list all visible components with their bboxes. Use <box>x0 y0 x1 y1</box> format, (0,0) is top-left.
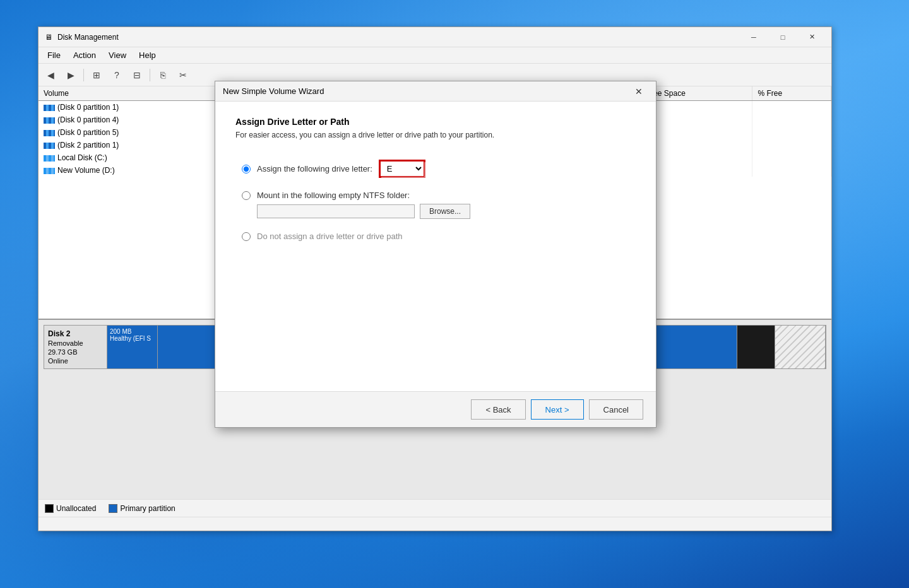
vol-name: (Disk 0 partition 4) <box>39 114 230 126</box>
maximize-button[interactable]: □ <box>768 27 797 47</box>
vol-free-space <box>641 139 752 151</box>
window-title: Disk Management <box>57 33 739 42</box>
menu-action[interactable]: Action <box>67 49 102 61</box>
wizard-title: New Simple Volume Wizard <box>223 86 629 96</box>
toolbar-separator-2 <box>150 69 150 81</box>
vol-name: New Volume (D:) <box>39 164 230 177</box>
app-icon: 🖥 <box>44 32 54 42</box>
status-bar <box>39 517 831 531</box>
toolbar-minus[interactable]: ⊟ <box>128 66 146 84</box>
legend-unallocated: Unallocated <box>45 504 96 513</box>
menu-help[interactable]: Help <box>133 49 162 61</box>
option-none-row: Do not assign a drive letter or drive pa… <box>242 232 636 241</box>
toolbar-back[interactable]: ◀ <box>41 66 60 84</box>
browse-button[interactable]: Browse... <box>420 204 470 219</box>
option-folder-row: Mount in the following empty NTFS folder… <box>242 191 636 200</box>
menu-bar: File Action View Help <box>39 47 831 64</box>
toolbar-forward[interactable]: ▶ <box>61 66 80 84</box>
option-folder-block: Mount in the following empty NTFS folder… <box>242 191 636 219</box>
wizard-dialog: New Simple Volume Wizard ✕ Assign Drive … <box>215 81 656 428</box>
wizard-close-button[interactable]: ✕ <box>629 84 648 99</box>
vol-free-space <box>641 114 752 126</box>
disk-size: 29.73 GB <box>48 348 103 356</box>
toolbar-separator-1 <box>83 69 84 81</box>
legend-unallocated-box <box>45 504 54 513</box>
vol-%-free <box>752 101 831 114</box>
vol-name: Local Disk (C:) <box>39 151 230 164</box>
drive-letter-select[interactable]: E F G H <box>380 161 424 177</box>
vol-free-space <box>641 126 752 139</box>
toolbar-grid[interactable]: ⊞ <box>87 66 106 84</box>
seg-size: 200 MB <box>110 328 155 335</box>
wizard-title-bar: New Simple Volume Wizard ✕ <box>215 81 656 102</box>
close-button[interactable]: ✕ <box>797 27 826 47</box>
vol-name: (Disk 0 partition 1) <box>39 101 230 114</box>
drive-letter-wrapper: E F G H <box>379 160 425 178</box>
vol-%-free <box>752 164 831 177</box>
back-button[interactable]: < Back <box>471 399 525 420</box>
option-folder-radio[interactable] <box>242 191 251 200</box>
option-none-label[interactable]: Do not assign a drive letter or drive pa… <box>257 232 403 241</box>
disk-label-2: Disk 2 Removable 29.73 GB Online <box>44 326 107 368</box>
minimize-button[interactable]: ─ <box>739 27 768 47</box>
cancel-button[interactable]: Cancel <box>589 399 643 420</box>
folder-path-input[interactable] <box>257 204 415 218</box>
seg-unallocated <box>775 326 826 368</box>
wizard-footer: < Back Next > Cancel <box>215 392 656 427</box>
option-letter-row: Assign the following drive letter: E F G… <box>242 160 636 178</box>
disk-type: Removable <box>48 339 103 347</box>
menu-view[interactable]: View <box>102 49 133 61</box>
legend-primary-box <box>109 504 117 513</box>
vol-name: (Disk 2 partition 1) <box>39 139 230 151</box>
wizard-options: Assign the following drive letter: E F G… <box>235 160 636 241</box>
toolbar-help[interactable]: ? <box>107 66 126 84</box>
vol-free-space <box>641 101 752 114</box>
wizard-subtitle: For easier access, you can assign a driv… <box>235 131 636 139</box>
col-freepct: % Free <box>752 86 831 101</box>
option-folder-label[interactable]: Mount in the following empty NTFS folder… <box>257 191 410 200</box>
wizard-content: Assign Drive Letter or Path For easier a… <box>215 102 656 392</box>
option-letter-radio[interactable] <box>242 165 251 173</box>
col-volume: Volume <box>39 86 230 101</box>
seg-efi[interactable]: 200 MB Healthy (EFI S <box>107 326 158 368</box>
legend-primary-label: Primary partition <box>120 504 175 513</box>
toolbar-cut[interactable]: ✂ <box>174 66 193 84</box>
vol-%-free <box>752 151 831 164</box>
disk-status: Online <box>48 357 103 365</box>
vol-free-space <box>641 151 752 164</box>
folder-input-row: Browse... <box>242 204 636 219</box>
vol-name: (Disk 0 partition 5) <box>39 126 230 139</box>
vol-%-free <box>752 114 831 126</box>
toolbar-copy[interactable]: ⎘ <box>153 66 172 84</box>
legend-primary: Primary partition <box>109 504 175 513</box>
title-bar: 🖥 Disk Management ─ □ ✕ <box>39 27 831 47</box>
seg-label: Healthy (EFI S <box>110 335 155 342</box>
vol-%-free <box>752 139 831 151</box>
next-button[interactable]: Next > <box>531 399 584 420</box>
disk-name: Disk 2 <box>48 329 103 338</box>
col-freespace: Free Space <box>641 86 752 101</box>
window-controls: ─ □ ✕ <box>739 27 826 47</box>
option-none-radio[interactable] <box>242 232 251 241</box>
seg-dark <box>737 326 775 368</box>
legend-unallocated-label: Unallocated <box>56 504 96 513</box>
vol-free-space <box>641 164 752 177</box>
wizard-heading: Assign Drive Letter or Path <box>235 117 636 127</box>
option-letter-label[interactable]: Assign the following drive letter: <box>257 164 372 173</box>
menu-file[interactable]: File <box>41 49 67 61</box>
vol-%-free <box>752 126 831 139</box>
legend-bar: Unallocated Primary partition <box>39 499 831 517</box>
